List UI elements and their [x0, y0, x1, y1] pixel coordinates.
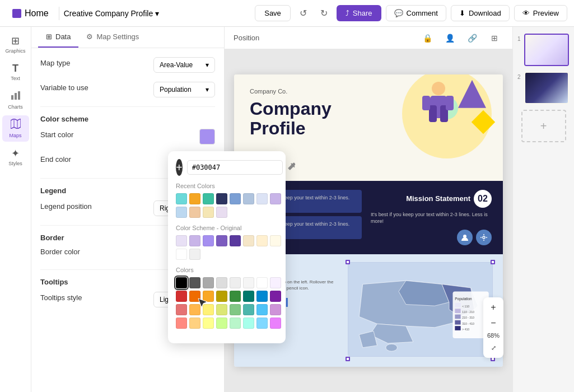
chevron-down-icon: ▾	[155, 9, 159, 18]
tab-map-settings[interactable]: ⚙ Map Settings	[78, 27, 147, 48]
color-cell[interactable]	[216, 207, 225, 218]
color-cell[interactable]	[176, 277, 187, 288]
svg-rect-22	[455, 315, 460, 319]
color-scheme-title: Color scheme	[40, 115, 215, 123]
svg-text:> 410: > 410	[462, 328, 469, 331]
link-button[interactable]: 🔗	[463, 29, 481, 47]
resize-handle-tr[interactable]	[491, 260, 495, 264]
zoom-in-button[interactable]: +	[486, 300, 501, 315]
sidebar-item-graphics[interactable]: ⊞ Graphics	[2, 31, 29, 57]
settings-panel: ⊞ Data ⚙ Map Settings Map type Area-Valu…	[31, 27, 225, 392]
color-cell[interactable]	[176, 207, 187, 218]
settings-tab-icon: ⚙	[86, 32, 93, 41]
sidebar-item-styles[interactable]: ✦ Styles	[2, 144, 29, 170]
svg-rect-20	[455, 309, 460, 313]
thumbnail-2[interactable]	[524, 72, 569, 104]
color-cell[interactable]	[189, 249, 200, 260]
topbar: Home Creative Company Profile ▾ Save ↺ ↻…	[0, 0, 574, 27]
zoom-out-button[interactable]: −	[486, 315, 501, 331]
doc-title[interactable]: Creative Company Profile ▾	[64, 9, 160, 18]
svg-text:< 110: < 110	[462, 305, 469, 308]
svg-text:310 - 410: 310 - 410	[462, 322, 474, 325]
svg-rect-1	[15, 93, 17, 100]
color-cell[interactable]	[176, 304, 187, 315]
grid-button[interactable]: ⊞	[486, 29, 503, 47]
icon-sidebar: ⊞ Graphics T Text Charts Maps ✦ Styles	[0, 27, 31, 392]
cp-recent-label: Recent Colors	[176, 183, 225, 189]
add-slide-button[interactable]: +	[521, 110, 566, 142]
comment-button[interactable]: 💬 Comment	[386, 5, 446, 21]
start-color-swatch[interactable]	[199, 129, 215, 144]
color-cell[interactable]	[176, 318, 187, 329]
main-layout: ⊞ Graphics T Text Charts Maps ✦ Styles	[0, 27, 574, 392]
visibility-button[interactable]: 👤	[441, 29, 459, 47]
panel-tabs: ⊞ Data ⚙ Map Settings	[31, 27, 224, 48]
position-label: Position	[234, 34, 259, 42]
sidebar-item-maps[interactable]: Maps	[2, 115, 29, 142]
zoom-level: 68%	[487, 331, 500, 340]
color-cell[interactable]	[216, 193, 225, 204]
color-cell[interactable]	[216, 291, 225, 302]
color-cell[interactable]	[203, 207, 214, 218]
color-cell[interactable]	[189, 318, 200, 329]
color-cell[interactable]	[203, 193, 214, 204]
redo-button[interactable]: ↻	[316, 4, 332, 22]
share-icon: ⤴	[346, 9, 349, 17]
color-cell[interactable]	[203, 291, 214, 302]
color-cell[interactable]	[189, 277, 200, 288]
charts-icon	[11, 90, 21, 103]
thumbnail-1[interactable]	[524, 34, 569, 66]
share-button[interactable]: ⤴ Share	[337, 5, 381, 21]
home-button[interactable]: Home	[7, 6, 54, 21]
svg-rect-10	[422, 96, 430, 110]
cp-plus-button[interactable]: +	[176, 159, 183, 176]
color-cell[interactable]	[189, 193, 200, 204]
color-cell[interactable]	[203, 318, 214, 329]
thumbnails-panel: 1 2 +	[512, 27, 574, 392]
svg-text:110 - 210: 110 - 210	[462, 310, 474, 314]
save-button[interactable]: Save	[255, 5, 291, 21]
svg-rect-0	[11, 95, 13, 100]
color-cell[interactable]	[189, 291, 200, 302]
color-cell[interactable]	[216, 235, 225, 246]
lock-button[interactable]: 🔒	[418, 29, 436, 47]
tab-data[interactable]: ⊞ Data	[38, 27, 78, 48]
thumb-1-num: 1	[517, 34, 521, 42]
map-type-select[interactable]: Area-Value ▾	[153, 57, 215, 73]
variable-select[interactable]: Population ▾	[153, 82, 215, 97]
color-cell[interactable]	[176, 249, 187, 260]
color-cell[interactable]	[216, 318, 225, 329]
sidebar-item-text[interactable]: T Text	[2, 59, 29, 85]
maps-icon	[11, 119, 21, 132]
cp-scheme-colors	[176, 235, 225, 260]
undo-button[interactable]: ↺	[295, 4, 311, 22]
svg-text:Population: Population	[455, 297, 472, 301]
color-cell[interactable]	[176, 193, 187, 204]
styles-icon: ✦	[11, 147, 20, 160]
variable-group: Variable to use Population ▾	[40, 82, 215, 97]
settings-circle	[476, 230, 492, 245]
fullscreen-button[interactable]: ⤢	[486, 340, 501, 356]
color-cell[interactable]	[203, 304, 214, 315]
color-cell[interactable]	[176, 235, 187, 246]
color-cell[interactable]	[189, 235, 200, 246]
download-button[interactable]: ⬇ Download	[451, 5, 510, 21]
svg-rect-2	[18, 91, 20, 100]
color-cell[interactable]	[189, 304, 200, 315]
sidebar-item-charts[interactable]: Charts	[2, 87, 29, 113]
color-cell[interactable]	[203, 235, 214, 246]
preview-button[interactable]: 👁 Preview	[514, 5, 567, 21]
color-cell[interactable]	[216, 304, 225, 315]
color-cell[interactable]	[176, 291, 187, 302]
resize-handle-tl[interactable]	[346, 260, 350, 264]
color-cell[interactable]	[216, 277, 225, 288]
map-container: Population < 110 110 - 210 210 - 310 310…	[348, 262, 493, 359]
cp-hex-input[interactable]	[187, 160, 225, 175]
resize-handle-bl[interactable]	[346, 357, 350, 361]
svg-rect-8	[429, 105, 437, 122]
thumb-row-1: 1	[517, 34, 570, 66]
download-icon: ⬇	[459, 9, 465, 17]
color-cell[interactable]	[189, 207, 200, 218]
thumb-2-num: 2	[517, 72, 521, 80]
color-cell[interactable]	[203, 277, 214, 288]
